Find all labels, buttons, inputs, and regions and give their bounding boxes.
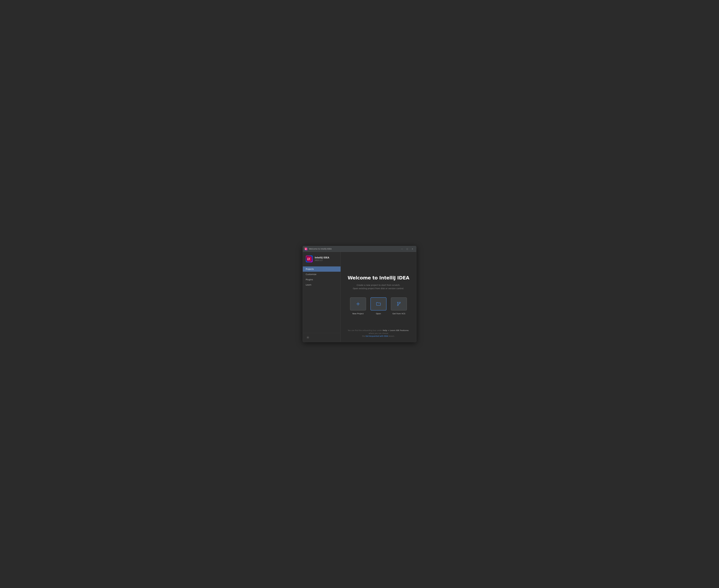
open-label: Open xyxy=(376,313,381,315)
footer-newline: the xyxy=(362,335,366,337)
svg-point-10 xyxy=(397,305,398,306)
footer-text-before: You can find the onboarding tour under xyxy=(348,330,383,332)
app-info: IntelliJ IDEA 2023.1.2 xyxy=(315,256,329,261)
content-area: Welcome to IntelliJ IDEA Create a new pr… xyxy=(341,252,416,342)
new-project-button[interactable] xyxy=(350,297,366,311)
gear-icon xyxy=(306,336,310,339)
app-name: IntelliJ IDEA xyxy=(315,256,329,259)
app-window: IJ Welcome to IntelliJ IDEA − □ × xyxy=(303,246,416,342)
titlebar-controls: − □ × xyxy=(400,247,415,251)
open-action[interactable]: Open xyxy=(371,297,386,315)
open-button[interactable] xyxy=(371,297,386,311)
plus-icon xyxy=(355,301,361,307)
welcome-title: Welcome to IntelliJ IDEA xyxy=(347,275,409,280)
footer-link[interactable]: Get Acquainted with IDEA xyxy=(366,335,388,337)
sidebar-item-plugins[interactable]: Plugins xyxy=(303,277,341,282)
folder-icon xyxy=(376,301,381,307)
sidebar: IJ IntelliJ IDEA 2023.1.2 Projects Custo… xyxy=(303,252,341,342)
titlebar: IJ Welcome to IntelliJ IDEA − □ × xyxy=(303,246,416,252)
maximize-button[interactable]: □ xyxy=(405,247,409,251)
footer-text-after: lesson. xyxy=(388,335,395,337)
app-version: 2023.1.2 xyxy=(315,259,329,261)
titlebar-logo: IJ xyxy=(304,248,308,250)
minimize-button[interactable]: − xyxy=(400,247,404,251)
sidebar-item-learn[interactable]: Learn xyxy=(303,282,341,288)
sidebar-item-customize[interactable]: Customize xyxy=(303,272,341,277)
sidebar-nav: Projects Customize Plugins Learn xyxy=(303,265,341,333)
new-project-label: New Project xyxy=(353,313,364,315)
footer-bold: Help > Learn IDE Features xyxy=(383,330,409,332)
subtitle-line2: Open existing project from disk or versi… xyxy=(353,287,404,290)
svg-text:IJ: IJ xyxy=(307,257,310,260)
app-icon: IJ xyxy=(306,255,313,262)
new-project-action[interactable]: New Project xyxy=(350,297,366,315)
content-main: Welcome to IntelliJ IDEA Create a new pr… xyxy=(346,260,410,329)
actions-row: New Project Open xyxy=(350,297,407,315)
get-from-vcs-label: Get from VCS xyxy=(393,313,405,315)
sidebar-footer xyxy=(303,333,341,342)
titlebar-title: Welcome to IntelliJ IDEA xyxy=(309,248,400,250)
vcs-icon xyxy=(396,301,402,307)
sidebar-header: IJ IntelliJ IDEA 2023.1.2 xyxy=(303,252,341,265)
svg-point-8 xyxy=(397,302,398,303)
settings-button[interactable] xyxy=(306,335,310,340)
svg-text:IJ: IJ xyxy=(305,248,306,250)
svg-point-5 xyxy=(308,337,308,338)
subtitle-line1: Create a new project to start from scrat… xyxy=(357,284,400,286)
main-layout: IJ IntelliJ IDEA 2023.1.2 Projects Custo… xyxy=(303,252,416,342)
svg-point-9 xyxy=(399,302,401,303)
welcome-subtitle: Create a new project to start from scrat… xyxy=(353,284,404,290)
close-button[interactable]: × xyxy=(410,247,415,251)
sidebar-item-projects[interactable]: Projects xyxy=(303,267,341,272)
get-from-vcs-action[interactable]: Get from VCS xyxy=(391,297,407,315)
get-from-vcs-button[interactable] xyxy=(391,297,407,311)
content-footer: You can find the onboarding tour under H… xyxy=(346,329,410,338)
